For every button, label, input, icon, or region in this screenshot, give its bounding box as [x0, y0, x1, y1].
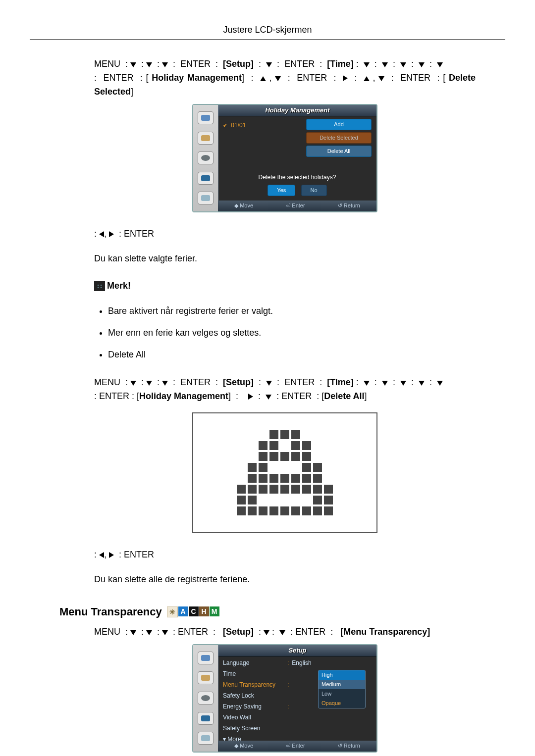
text: ENTER [180, 59, 211, 69]
footer-hint: ↺ Return [338, 202, 360, 210]
down-arrow-icon [382, 381, 388, 386]
delete-all-bullet: Delete All [108, 348, 476, 362]
down-arrow-icon [162, 381, 168, 386]
down-arrow-icon [146, 381, 152, 386]
up-arrow-icon [364, 76, 370, 81]
chip-h-icon: H [199, 606, 209, 616]
setup-row-safety-screen[interactable]: Safety Screen [223, 723, 372, 734]
delete-all-label: Delete All [324, 391, 364, 401]
page-header: Justere LCD-skjermen [30, 25, 505, 40]
down-arrow-icon [419, 62, 425, 67]
osd-tab-icon[interactable] [198, 652, 214, 664]
down-arrow-icon [437, 62, 443, 67]
dropdown-option-high[interactable]: High [319, 670, 365, 680]
delete-all-button[interactable]: Delete All [306, 146, 372, 157]
footer-hint: ⏎ Enter [286, 742, 305, 750]
osd-sidebar [193, 645, 218, 752]
setup-label: [Setup] [223, 59, 254, 69]
up-arrow-icon [260, 76, 266, 81]
note-bullet: Bare aktivert når registrerte ferier er … [108, 304, 476, 318]
osd-tab-icon[interactable] [198, 692, 214, 705]
down-arrow-icon [162, 630, 168, 635]
missing-image-placeholder [192, 412, 377, 533]
description-text: Du kan slette valgte ferier. [94, 252, 476, 266]
down-arrow-icon [130, 630, 136, 635]
chip-m-icon: M [210, 606, 219, 616]
down-arrow-icon [266, 62, 272, 67]
text: MENU [94, 59, 120, 69]
chip-c-icon: C [189, 606, 199, 616]
chip-icon: ✳ [167, 606, 178, 617]
down-arrow-icon [382, 62, 388, 67]
osd-tab-icon[interactable] [198, 192, 214, 204]
chip-a-icon: A [178, 606, 188, 616]
dropdown-option-opaque[interactable]: Opaque [319, 699, 365, 708]
description-text: Du kan slette alle de registrerte ferien… [94, 573, 476, 587]
footer-hint: ↺ Return [338, 742, 360, 750]
confirm-prompt: Delete the selected holidays? [223, 173, 372, 182]
down-arrow-icon [146, 62, 152, 67]
add-button[interactable]: Add [306, 119, 372, 130]
down-arrow-icon [279, 630, 285, 635]
down-arrow-icon [162, 62, 168, 67]
holiday-date[interactable]: 01/01 [231, 122, 246, 129]
down-arrow-icon [146, 630, 152, 635]
osd-footer: ◆ Move ⏎ Enter ↺ Return [218, 741, 376, 752]
down-arrow-icon [364, 381, 370, 386]
delete-selected-button[interactable]: Delete Selected [306, 132, 372, 144]
osd-holiday-management: Holiday Management ✔ 01/01 Add Delete Se… [192, 104, 377, 212]
note-bullet: Mer enn en ferie kan velges og slettes. [108, 326, 476, 340]
down-arrow-icon [378, 76, 384, 81]
right-arrow-icon [109, 231, 114, 237]
right-arrow-icon [248, 394, 253, 400]
down-arrow-icon [264, 630, 269, 635]
model-chips: ✳ A C H M [167, 606, 219, 617]
osd-tab-icon[interactable] [198, 712, 214, 725]
osd-tab-icon[interactable] [198, 151, 214, 164]
broken-image-icon [237, 430, 333, 515]
check-icon: ✔ [223, 122, 227, 128]
time-label: [Time] [327, 377, 354, 387]
setup-label: [Setup] [223, 377, 254, 387]
holiday-management-label: Holiday Management [152, 73, 242, 83]
down-arrow-icon [437, 381, 443, 386]
setup-label: [Setup] [223, 627, 254, 637]
left-arrow-icon [99, 552, 104, 558]
down-arrow-icon [400, 381, 406, 386]
down-arrow-icon [419, 381, 425, 386]
left-arrow-icon [99, 231, 104, 237]
text: ENTER [400, 73, 430, 83]
footer-hint: ◆ Move [234, 202, 253, 210]
yes-button[interactable]: Yes [268, 185, 295, 196]
no-button[interactable]: No [301, 185, 327, 196]
setup-row-language[interactable]: Language: English [223, 658, 372, 669]
down-arrow-icon [400, 62, 406, 67]
osd-title: Setup [218, 645, 376, 656]
text: ENTER [103, 73, 133, 83]
dropdown-option-low[interactable]: Low [319, 689, 365, 699]
osd-tab-icon[interactable] [198, 732, 214, 745]
osd-tab-icon[interactable] [198, 111, 214, 124]
section-heading-menu-transparency: Menu Transparency ✳ A C H M [59, 604, 476, 620]
text: ENTER [284, 59, 315, 69]
setup-row-video-wall[interactable]: Video Wall [223, 712, 372, 723]
transparency-dropdown[interactable]: High Medium Low Opaque [318, 670, 366, 708]
osd-tab-icon[interactable] [198, 172, 214, 185]
right-arrow-icon [343, 75, 348, 81]
nav-sequence-delete-selected: MENU : : : : ENTER : [Setup] : : ENTER :… [94, 57, 476, 99]
down-arrow-icon [130, 62, 136, 67]
dropdown-option-medium[interactable]: Medium [319, 680, 365, 689]
footer-hint: ◆ Move [234, 742, 253, 750]
holiday-management-label: Holiday Management [139, 391, 228, 401]
note-icon [94, 281, 105, 291]
right-arrow-icon [109, 552, 114, 558]
time-label: [Time] [327, 59, 354, 69]
osd-tab-icon[interactable] [198, 671, 214, 684]
osd-footer: ◆ Move ⏎ Enter ↺ Return [218, 201, 376, 211]
note-heading: Merk! [94, 279, 131, 293]
down-arrow-icon [275, 76, 281, 81]
down-arrow-icon [266, 395, 271, 400]
action-line: : , : ENTER [94, 227, 476, 241]
osd-sidebar [193, 105, 218, 211]
osd-tab-icon[interactable] [198, 132, 214, 145]
